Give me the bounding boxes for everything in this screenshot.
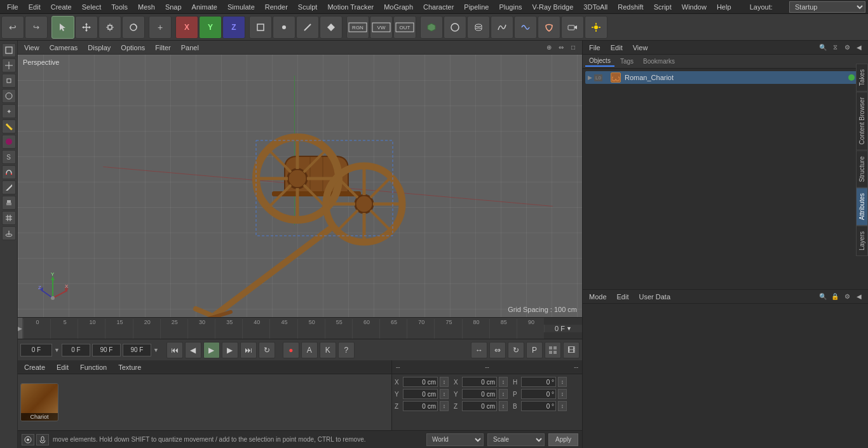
- render-region-button[interactable]: RGN: [346, 16, 369, 39]
- vp-maximize-icon[interactable]: □: [568, 43, 578, 53]
- x-axis-button[interactable]: X: [175, 16, 198, 39]
- end-frame-arrow[interactable]: ▼: [566, 325, 572, 332]
- side-tab-content-browser[interactable]: Content Browser: [856, 92, 868, 150]
- pb-key-btn[interactable]: P: [526, 342, 543, 358]
- move-button[interactable]: [75, 16, 98, 39]
- pos-y-input[interactable]: [403, 389, 438, 399]
- menu-mesh[interactable]: Mesh: [133, 2, 159, 12]
- vp-menu-cameras[interactable]: Cameras: [47, 43, 81, 53]
- scale-x-btn[interactable]: ↕: [499, 377, 508, 387]
- rot-h-input[interactable]: [521, 377, 556, 387]
- render-icon[interactable]: [22, 434, 34, 445]
- render-output-button[interactable]: OUT: [393, 16, 416, 39]
- key-button[interactable]: K: [320, 342, 336, 358]
- menu-tools[interactable]: Tools: [107, 2, 132, 12]
- obj-menu-edit[interactable]: Edit: [608, 43, 625, 53]
- rot-p-btn[interactable]: ↕: [558, 389, 567, 399]
- sidebar-grid-btn[interactable]: [2, 211, 16, 225]
- menu-3dtoall[interactable]: 3DToAll: [579, 2, 612, 12]
- goto-start-button[interactable]: ⏮: [166, 342, 183, 358]
- pb-scale-btn[interactable]: ⇔: [489, 342, 506, 358]
- scale-dropdown[interactable]: Scale: [487, 433, 545, 446]
- record-button[interactable]: ●: [283, 342, 299, 358]
- side-tab-takes[interactable]: Takes: [856, 64, 868, 92]
- scale-y-input[interactable]: [462, 389, 497, 399]
- rot-b-input[interactable]: [521, 401, 556, 411]
- mat-menu-edit[interactable]: Edit: [54, 362, 71, 372]
- nurbs-button[interactable]: [514, 16, 537, 39]
- pos-z-btn[interactable]: ↕: [440, 401, 449, 411]
- menu-snap[interactable]: Snap: [161, 2, 186, 12]
- scale-button[interactable]: [98, 16, 121, 39]
- menu-sculpt[interactable]: Sculpt: [294, 2, 322, 12]
- sidebar-move-btn[interactable]: [2, 58, 16, 72]
- vp-menu-options[interactable]: Options: [118, 43, 147, 53]
- pos-x-input[interactable]: [403, 377, 438, 387]
- points-mode-button[interactable]: [273, 16, 295, 39]
- menu-script[interactable]: Script: [649, 2, 676, 12]
- rotate-button[interactable]: [122, 16, 145, 39]
- end-frame-input2[interactable]: [123, 344, 151, 356]
- pb-film-btn[interactable]: 🎞: [563, 342, 580, 358]
- menu-redshift[interactable]: Redshift: [613, 2, 648, 12]
- menu-select[interactable]: Select: [78, 2, 106, 12]
- menu-mograph[interactable]: MoGraph: [379, 2, 417, 12]
- obj-collapse-icon[interactable]: ◀: [854, 43, 864, 53]
- polygons-mode-button[interactable]: [320, 16, 342, 39]
- vp-menu-view[interactable]: View: [22, 43, 42, 53]
- select-button[interactable]: [51, 16, 74, 39]
- layout-dropdown[interactable]: Startup: [789, 1, 865, 13]
- vp-menu-panel[interactable]: Panel: [179, 43, 201, 53]
- obj-menu-view[interactable]: View: [630, 43, 651, 53]
- object-mode-button[interactable]: [249, 16, 272, 39]
- vp-axes-icon[interactable]: ⇔: [556, 43, 566, 53]
- end-frame-input1[interactable]: [92, 344, 121, 356]
- timeline-end-frame[interactable]: 0 F ▼: [544, 325, 582, 332]
- viewport-canvas[interactable]: Perspective Grid Spacing : 100 cm: [18, 55, 582, 317]
- obj-filter-icon[interactable]: ⧖: [830, 43, 840, 53]
- rot-p-input[interactable]: [521, 389, 556, 399]
- pos-z-input[interactable]: [403, 401, 438, 411]
- edges-mode-button[interactable]: [296, 16, 319, 39]
- side-tab-layers[interactable]: Layers: [856, 226, 868, 256]
- question-button[interactable]: ?: [338, 342, 355, 358]
- menu-render[interactable]: Render: [261, 2, 292, 12]
- sidebar-knife-btn[interactable]: [2, 180, 16, 194]
- pb-grid-btn[interactable]: [545, 342, 561, 358]
- y-axis-button[interactable]: Y: [199, 16, 222, 39]
- menu-motion-tracker[interactable]: Motion Tracker: [323, 2, 378, 12]
- obj-search-icon[interactable]: 🔍: [818, 43, 828, 53]
- side-tab-attributes[interactable]: Attributes: [856, 187, 868, 226]
- scale-x-input[interactable]: [462, 377, 497, 387]
- spline-button[interactable]: [491, 16, 513, 39]
- apply-button[interactable]: Apply: [548, 433, 578, 446]
- attr-lock-icon[interactable]: 🔒: [830, 292, 840, 302]
- attr-settings-icon[interactable]: ⚙: [842, 292, 852, 302]
- light-button[interactable]: [585, 16, 607, 39]
- camera-button[interactable]: [561, 16, 584, 39]
- current-frame-input[interactable]: [20, 344, 52, 356]
- attr-collapse-icon[interactable]: ◀: [854, 292, 864, 302]
- rot-b-btn[interactable]: ↕: [558, 401, 567, 411]
- menu-edit[interactable]: Edit: [24, 2, 45, 12]
- attr-menu-mode[interactable]: Mode: [587, 292, 609, 302]
- auto-key-button[interactable]: A: [301, 342, 318, 358]
- pos-y-btn[interactable]: ↕: [440, 389, 449, 399]
- render-view-button[interactable]: VW: [370, 16, 393, 39]
- menu-character[interactable]: Character: [419, 2, 458, 12]
- pos-x-btn[interactable]: ↕: [440, 377, 449, 387]
- tab-bookmarks[interactable]: Bookmarks: [639, 57, 679, 66]
- world-dropdown[interactable]: World: [426, 433, 484, 446]
- menu-vray[interactable]: V-Ray Bridge: [528, 2, 578, 12]
- scale-y-btn[interactable]: ↕: [499, 389, 508, 399]
- rot-h-btn[interactable]: ↕: [558, 377, 567, 387]
- sidebar-paint-btn[interactable]: S: [2, 150, 16, 164]
- material-chariot-thumb[interactable]: Chariot: [20, 383, 58, 421]
- vp-lock-icon[interactable]: ⊕: [544, 43, 554, 53]
- attr-search-icon[interactable]: 🔍: [818, 292, 828, 302]
- expand-icon[interactable]: ▶: [588, 74, 592, 81]
- mic-icon[interactable]: [36, 434, 49, 445]
- start-frame-input[interactable]: [62, 344, 90, 356]
- visibility-dot-green[interactable]: [848, 74, 855, 81]
- redo-button[interactable]: ↪: [25, 16, 48, 39]
